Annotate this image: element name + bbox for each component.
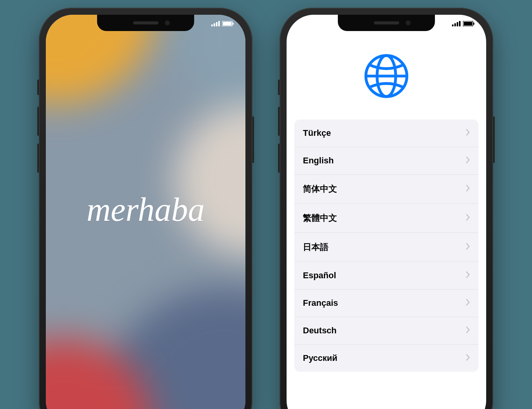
language-label: 简体中文	[303, 183, 337, 195]
chevron-right-icon	[466, 299, 470, 307]
language-list: Türkçe English 简体中文 繁體中文	[294, 120, 478, 372]
chevron-right-icon	[466, 129, 470, 137]
language-label: Français	[303, 298, 338, 308]
language-label: 繁體中文	[303, 212, 337, 224]
notch	[338, 15, 435, 31]
language-item-english[interactable]: English	[294, 147, 478, 175]
svg-rect-8	[454, 23, 456, 26]
svg-rect-5	[223, 22, 231, 26]
svg-rect-7	[452, 24, 454, 26]
language-label: Deutsch	[303, 326, 337, 336]
front-camera	[405, 20, 411, 26]
svg-rect-13	[473, 23, 475, 25]
status-bar	[452, 21, 475, 28]
language-label: 日本語	[303, 241, 329, 253]
language-item-simplified-chinese[interactable]: 简体中文	[294, 175, 478, 204]
chevron-right-icon	[466, 326, 470, 335]
language-label: Español	[303, 270, 336, 281]
svg-rect-10	[459, 21, 461, 26]
svg-rect-3	[218, 21, 220, 26]
language-item-traditional-chinese[interactable]: 繁體中文	[294, 204, 478, 233]
language-item-francais[interactable]: Français	[294, 289, 478, 317]
phone-frame: merhaba	[39, 8, 252, 409]
svg-rect-1	[214, 23, 215, 26]
cellular-signal-icon	[211, 21, 220, 28]
svg-rect-0	[211, 24, 213, 26]
language-label: Русский	[303, 353, 337, 363]
chevron-right-icon	[466, 214, 470, 222]
language-item-russian[interactable]: Русский	[294, 345, 478, 372]
battery-icon	[463, 21, 475, 28]
hello-greeting-text: merhaba	[87, 190, 205, 229]
chevron-right-icon	[466, 271, 470, 280]
cellular-signal-icon	[452, 21, 461, 28]
phone-frame: Türkçe English 简体中文 繁體中文	[280, 8, 493, 409]
chevron-right-icon	[466, 243, 470, 251]
front-camera	[165, 20, 170, 26]
svg-rect-2	[216, 22, 217, 26]
chevron-right-icon	[466, 185, 470, 193]
language-label: English	[303, 156, 334, 166]
language-label: Türkçe	[303, 128, 331, 138]
language-item-deutsch[interactable]: Deutsch	[294, 317, 478, 345]
language-selection-screen: Türkçe English 简体中文 繁體中文	[287, 15, 486, 409]
hello-screen[interactable]: merhaba	[46, 15, 245, 409]
battery-icon	[222, 21, 234, 28]
svg-rect-6	[233, 23, 234, 25]
globe-icon	[363, 53, 410, 101]
svg-rect-12	[464, 22, 472, 26]
phone-language-picker: Türkçe English 简体中文 繁體中文	[280, 8, 493, 409]
chevron-right-icon	[466, 354, 470, 362]
speaker-grille	[133, 21, 158, 24]
language-item-japanese[interactable]: 日本語	[294, 233, 478, 262]
speaker-grille	[374, 21, 399, 24]
language-item-turkce[interactable]: Türkçe	[294, 120, 478, 147]
phone-screen: merhaba	[46, 15, 245, 409]
notch	[97, 15, 194, 31]
phone-hello: merhaba	[39, 8, 252, 409]
status-bar	[211, 21, 234, 28]
chevron-right-icon	[466, 156, 470, 165]
svg-rect-9	[457, 22, 458, 26]
language-item-espanol[interactable]: Español	[294, 262, 478, 289]
phone-screen: Türkçe English 简体中文 繁體中文	[287, 15, 486, 409]
